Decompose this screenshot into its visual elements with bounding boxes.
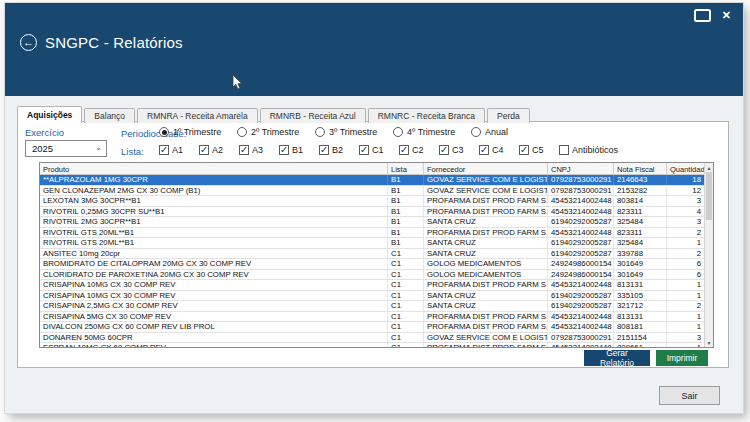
tab-1[interactable]: Balanço <box>84 108 135 123</box>
app-window: ✕ ← SNGPC - Relatórios AquisiçõesBalanço… <box>5 3 743 413</box>
check-icon: ✓ <box>200 144 208 155</box>
tab-3[interactable]: RMNRB - Receita Azul <box>260 108 366 123</box>
tab-0[interactable]: Aquisições <box>17 106 82 123</box>
title-bar: ✕ ← SNGPC - Relatórios <box>5 3 743 96</box>
cell-nota: 325484 <box>614 217 667 227</box>
tab-4[interactable]: RMNRC - Receita Branca <box>368 108 485 123</box>
checkbox-label: C2 <box>412 145 424 155</box>
cell-fornecedor: PROFARMA DIST PROD FARM S.A <box>424 322 548 332</box>
table-row[interactable]: CRISAPINA 10MG CX 30 COMP REVC1SANTA CRU… <box>40 291 713 302</box>
cell-lista: C1 <box>388 259 424 269</box>
cell-produto: BROMIDRATO DE CITALOPRAM 20MG CX 30 COMP… <box>40 259 388 269</box>
table-row[interactable]: BROMIDRATO DE CITALOPRAM 20MG CX 30 COMP… <box>40 259 713 270</box>
cell-fornecedor: GOVAZ SERVICE COM E LOGISTICA <box>424 175 548 185</box>
tab-label: Aquisições <box>27 110 72 120</box>
cell-lista: C1 <box>388 343 424 348</box>
lista-option-C3[interactable]: ✓C3 <box>439 145 479 155</box>
period-option-2[interactable]: 3º Trimestre <box>315 127 393 137</box>
header-title-row: ← SNGPC - Relatórios <box>20 34 183 51</box>
period-option-0[interactable]: 1º Trimestre <box>159 127 237 137</box>
lista-option-C5[interactable]: ✓C5 <box>519 145 559 155</box>
cell-produto: DIVALCON 250MG CX 60 COMP REV LIB PROL <box>40 322 388 332</box>
scroll-up-icon[interactable]: ▲ <box>705 163 713 172</box>
checkbox-label: C1 <box>372 145 384 155</box>
tab-2[interactable]: RMNRA - Receita Amarela <box>137 108 258 123</box>
cell-fornecedor: PROFARMA DIST PROD FARM S.A <box>424 228 548 238</box>
lista-option-A1[interactable]: ✓A1 <box>159 145 199 155</box>
cell-qtd: 3 <box>667 333 707 343</box>
cell-cnpj: 45453214002448 <box>548 228 614 238</box>
lista-option-C4[interactable]: ✓C4 <box>479 145 519 155</box>
lista-option-Antibióticos[interactable]: Antibióticos <box>559 145 618 155</box>
period-option-3[interactable]: 4º Trimestre <box>393 127 471 137</box>
lista-option-C2[interactable]: ✓C2 <box>399 145 439 155</box>
column-header-3[interactable]: CNPJ <box>548 163 614 174</box>
table-row[interactable]: RIVOTRIL GTS 20ML**B1B1SANTA CRUZ6194029… <box>40 238 713 249</box>
radio-label: Anual <box>485 127 508 137</box>
table-row[interactable]: CRISAPINA 5MG CX 30 COMP REVC1PROFARMA D… <box>40 312 713 323</box>
check-icon: ✓ <box>320 144 328 155</box>
lista-option-C1[interactable]: ✓C1 <box>359 145 399 155</box>
checkbox-label: C5 <box>532 145 544 155</box>
table-row[interactable]: DIVALCON 250MG CX 60 COMP REV LIB PROLC1… <box>40 322 713 333</box>
table-row[interactable]: RIVOTRIL 2MG 30CPR**B1B1SANTA CRUZ619402… <box>40 217 713 228</box>
scroll-down-icon[interactable]: ▼ <box>705 338 713 347</box>
radio-icon <box>315 127 325 137</box>
lista-option-A2[interactable]: ✓A2 <box>199 145 239 155</box>
cell-cnpj: 45453214002448 <box>548 312 614 322</box>
period-option-1[interactable]: 2º Trimestre <box>237 127 315 137</box>
column-header-0[interactable]: Produto <box>40 163 388 174</box>
vertical-scrollbar[interactable]: ▲ ▼ <box>704 163 713 347</box>
tab-label: Balanço <box>94 111 125 121</box>
maximize-icon[interactable] <box>694 9 711 22</box>
cell-lista: B1 <box>388 207 424 217</box>
lista-option-B2[interactable]: ✓B2 <box>319 145 359 155</box>
checkbox-icon: ✓ <box>239 145 249 155</box>
back-button[interactable]: ← <box>20 34 37 51</box>
products-grid: ProdutoListaFornecedorCNPJNota FiscalQua… <box>39 162 714 348</box>
table-row[interactable]: CLORIDRATO DE PAROXETINA 20MG CX 30 COMP… <box>40 270 713 281</box>
print-button[interactable]: Imprimir <box>656 350 708 366</box>
cell-fornecedor: GOLOG MEDICAMENTOS <box>424 259 548 269</box>
generate-report-button[interactable]: Gerar Relatório <box>584 350 650 366</box>
cell-nota: 813131 <box>614 280 667 290</box>
cell-qtd: 1 <box>667 238 707 248</box>
table-row[interactable]: CRISAPINA 2,5MG CX 30 COMP REVC1SANTA CR… <box>40 301 713 312</box>
cell-cnpj: 61940292005287 <box>548 238 614 248</box>
table-row[interactable]: GEN CLONAZEPAM 2MG CX 30 COMP (B1)B1GOVA… <box>40 186 713 197</box>
cell-nota: 813131 <box>614 312 667 322</box>
checkbox-label: B1 <box>292 145 303 155</box>
cell-cnpj: 45453214002448 <box>548 322 614 332</box>
table-row[interactable]: DONAREN 50MG 60CPRC1GOVAZ SERVICE COM E … <box>40 333 713 344</box>
exit-button[interactable]: Sair <box>659 386 720 405</box>
tab-5[interactable]: Perda <box>487 108 530 123</box>
checkbox-label: A2 <box>212 145 223 155</box>
check-icon: ✓ <box>520 144 528 155</box>
cell-produto: RIVOTRIL GTS 20ML**B1 <box>40 238 388 248</box>
table-row[interactable]: CRISAPINA 10MG CX 30 COMP REVC1PROFARMA … <box>40 280 713 291</box>
column-header-2[interactable]: Fornecedor <box>424 163 548 174</box>
column-header-5[interactable]: Quantidade <box>667 163 707 174</box>
column-header-1[interactable]: Lista <box>388 163 424 174</box>
chevron-down-icon: ⌄ <box>95 143 102 152</box>
cell-fornecedor: GOLOG MEDICAMENTOS <box>424 270 548 280</box>
table-row[interactable]: **ALPRAZOLAM 1MG 30CPRB1GOVAZ SERVICE CO… <box>40 175 713 186</box>
cell-cnpj: 07928753000291 <box>548 333 614 343</box>
exercicio-label: Exercício <box>25 127 64 138</box>
lista-option-A3[interactable]: ✓A3 <box>239 145 279 155</box>
scrollbar-thumb[interactable] <box>706 172 712 220</box>
cell-nota: 301649 <box>614 270 667 280</box>
table-row[interactable]: ANSITEC 10mg 20cprC1SANTA CRUZ6194029200… <box>40 249 713 260</box>
close-icon[interactable]: ✕ <box>722 10 731 21</box>
exercicio-value: 2025 <box>32 143 53 154</box>
tab-label: RMNRA - Receita Amarela <box>147 111 248 121</box>
period-option-4[interactable]: Anual <box>471 127 549 137</box>
table-row[interactable]: RIVOTRIL GTS 20ML**B1B1PROFARMA DIST PRO… <box>40 228 713 239</box>
column-header-4[interactable]: Nota Fiscal <box>614 163 667 174</box>
lista-label: Lista: <box>121 146 144 157</box>
lista-option-B1[interactable]: ✓B1 <box>279 145 319 155</box>
cell-cnpj: 45453214002448 <box>548 196 614 206</box>
exercicio-select[interactable]: 2025 ⌄ <box>25 140 107 157</box>
table-row[interactable]: RIVOTRIL 0,25MG 30CPR SU**B1B1PROFARMA D… <box>40 207 713 218</box>
table-row[interactable]: LEXOTAN 3MG 30CPR**B1B1PROFARMA DIST PRO… <box>40 196 713 207</box>
